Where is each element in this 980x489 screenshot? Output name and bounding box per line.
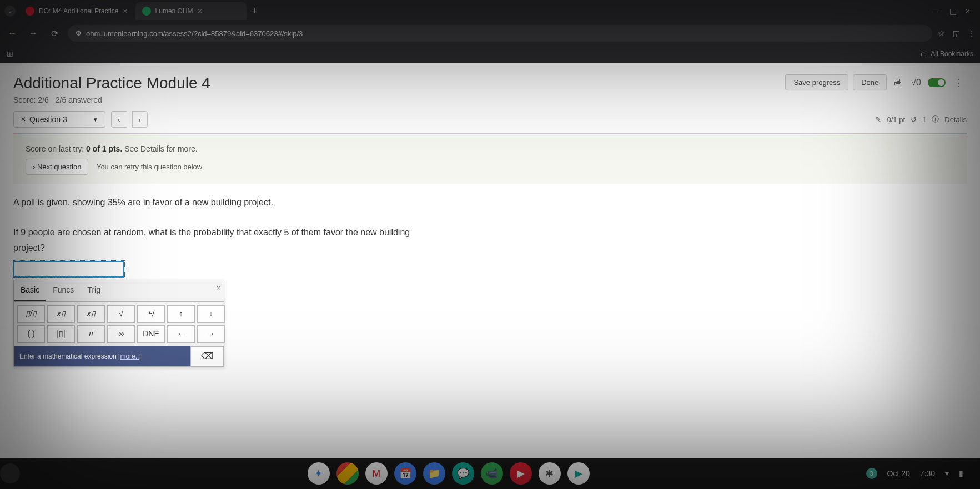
menu-icon[interactable]: ⋮ (968, 29, 976, 38)
details-link[interactable]: Details (944, 115, 967, 124)
app-ai[interactable]: ✦ (308, 462, 330, 485)
app-meet[interactable]: 📹 (481, 462, 503, 485)
keypad-close-icon[interactable]: × (217, 283, 220, 294)
kp-right[interactable]: → (197, 325, 225, 343)
question-status-icon: ✕ (21, 115, 26, 123)
kp-down[interactable]: ↓ (197, 305, 225, 323)
all-bookmarks-button[interactable]: 🗀 All Bookmarks (921, 50, 973, 58)
close-window-button[interactable]: × (966, 7, 970, 16)
kp-pi[interactable]: π (77, 325, 105, 343)
app-calendar[interactable]: 📅 (394, 462, 416, 485)
restore-button[interactable]: ◱ (949, 7, 957, 16)
kp-abs[interactable]: |▯| (47, 325, 75, 343)
kp-parens[interactable]: ( ) (17, 325, 45, 343)
app-messages[interactable]: 💬 (452, 462, 474, 485)
keypad-tab-funcs[interactable]: Funcs (46, 280, 81, 301)
app-files[interactable]: 📁 (423, 462, 445, 485)
url-text: ohm.lumenlearning.com/assess2/?cid=85879… (86, 29, 303, 38)
kp-dne[interactable]: DNE (137, 325, 165, 343)
tab-1-close[interactable]: × (123, 7, 127, 16)
next-question-link[interactable]: › Next question (26, 159, 88, 175)
feedback-box: Score on last try: 0 of 1 pts. See Detai… (13, 135, 967, 184)
address-bar[interactable]: ⚙ ohm.lumenlearning.com/assess2/?cid=858… (68, 25, 932, 42)
answer-input[interactable] (13, 261, 124, 278)
retries-text: 1 (922, 115, 926, 124)
retry-icon: ↺ (911, 115, 917, 124)
save-progress-button[interactable]: Save progress (785, 74, 848, 90)
site-info-icon[interactable]: ⚙ (76, 29, 82, 37)
battery-icon[interactable]: ▮ (959, 469, 963, 478)
done-button[interactable]: Done (853, 74, 887, 90)
keypad-hint: Enter a mathematical expression [more..] (14, 346, 190, 366)
math-keypad: × Basic Funcs Trig ▯/▯ x▯ x▯ √ ⁿ√ ↑ ↓ ( … (13, 280, 224, 367)
tab-1-icon (26, 7, 34, 16)
next-question-button[interactable]: › (132, 111, 148, 128)
gold-divider (13, 134, 967, 134)
keypad-tab-basic[interactable]: Basic (14, 280, 46, 301)
tray-date[interactable]: Oct 20 (887, 469, 910, 478)
minimize-button[interactable]: — (933, 7, 941, 16)
score-try-prefix: Score on last try: (26, 144, 86, 153)
info-icon: ⓘ (932, 114, 939, 124)
app-play[interactable]: ▶ (567, 462, 590, 485)
app-gmail[interactable]: M (365, 462, 388, 485)
score-try-suffix: See Details for more. (122, 144, 197, 153)
tab-2-title: Lumen OHM (155, 7, 193, 15)
keypad-tab-trig[interactable]: Trig (81, 280, 107, 301)
answered-text: 2/6 answered (56, 95, 102, 104)
extensions-icon[interactable]: ◲ (953, 29, 960, 38)
wifi-icon[interactable]: ▾ (945, 469, 949, 478)
apps-grid-icon[interactable]: ⊞ (7, 49, 13, 58)
reload-button[interactable]: ⟳ (47, 28, 62, 39)
back-button[interactable]: ← (4, 28, 20, 38)
kp-backspace[interactable]: ⌫ (190, 346, 224, 366)
question-text-1: A poll is given, showing 35% are in favo… (13, 195, 442, 210)
retry-text: You can retry this question below (97, 163, 202, 171)
dropdown-caret-icon: ▼ (93, 117, 98, 123)
page-title: Additional Practice Module 4 (13, 74, 785, 92)
app-photos[interactable]: ✱ (539, 462, 561, 485)
kp-infinity[interactable]: ∞ (107, 325, 135, 343)
app-youtube[interactable]: ▶ (510, 462, 532, 485)
question-text-2: If 9 people are chosen at random, what i… (13, 225, 442, 255)
tab-list-button[interactable]: ⌄ (4, 6, 16, 17)
toggle-switch[interactable] (928, 78, 946, 87)
tab-2[interactable]: Lumen OHM × (135, 2, 247, 20)
tab-2-close[interactable]: × (198, 7, 202, 16)
tab-2-icon (142, 7, 151, 16)
keypad-more-link[interactable]: [more..] (118, 352, 141, 360)
prev-question-button[interactable]: ‹ (111, 111, 127, 128)
points-text: 0/1 pt (887, 115, 905, 124)
kp-sqrt[interactable]: √ (107, 305, 135, 323)
kp-up[interactable]: ↑ (167, 305, 195, 323)
kp-fraction[interactable]: ▯/▯ (17, 305, 45, 323)
score-try-bold: 0 of 1 pts. (86, 144, 122, 153)
kp-left[interactable]: ← (167, 325, 195, 343)
kp-exponent[interactable]: x▯ (47, 305, 75, 323)
launcher-button[interactable] (0, 463, 20, 483)
print-icon[interactable]: 🖶 (891, 75, 904, 90)
new-tab-button[interactable]: + (248, 6, 263, 17)
all-bookmarks-label: All Bookmarks (931, 50, 973, 58)
formula-icon[interactable]: √0 (909, 75, 923, 90)
app-chrome[interactable] (336, 462, 359, 485)
tab-1[interactable]: DO: M4 Additional Practice × (19, 2, 134, 20)
question-label: Question 3 (29, 115, 67, 124)
more-menu-icon[interactable]: ⋮ (950, 77, 967, 89)
edit-icon[interactable]: ✎ (875, 115, 881, 124)
forward-button[interactable]: → (26, 28, 41, 38)
bookmark-star-icon[interactable]: ☆ (938, 29, 945, 38)
folder-icon: 🗀 (921, 50, 927, 58)
tab-1-title: DO: M4 Additional Practice (39, 7, 118, 15)
score-text: Score: 2/6 (13, 95, 49, 104)
question-dropdown[interactable]: ✕ Question 3 ▼ (13, 111, 105, 128)
tray-time[interactable]: 7:30 (920, 469, 935, 478)
kp-subscript[interactable]: x▯ (77, 305, 105, 323)
kp-nroot[interactable]: ⁿ√ (137, 305, 165, 323)
notification-badge[interactable]: 3 (866, 468, 877, 479)
